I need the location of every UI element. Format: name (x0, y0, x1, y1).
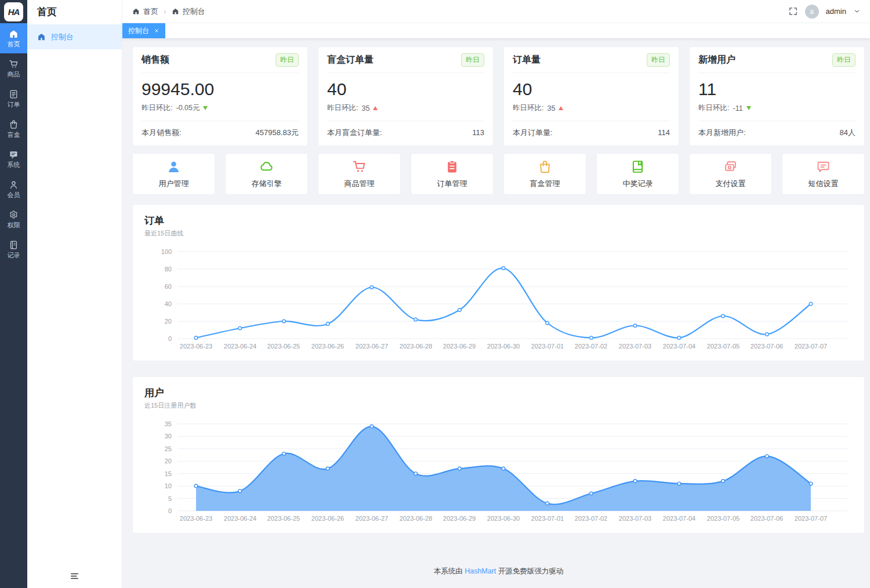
close-icon[interactable] (154, 28, 160, 34)
svg-text:2023-06-24: 2023-06-24 (224, 515, 256, 522)
message-icon (9, 150, 19, 159)
svg-text:0: 0 (168, 335, 172, 342)
shortcut-order-management[interactable]: 订单管理 (411, 153, 494, 195)
home-icon (172, 8, 179, 15)
shortcut-storage-engine[interactable]: 存储引擎 (225, 153, 308, 195)
breadcrumb-home[interactable]: 首页 (132, 6, 158, 17)
shortcut-goods-management[interactable]: 商品管理 (318, 153, 401, 195)
footer-text: 开源免费版强力驱动 (498, 567, 564, 575)
shortcut-label: 盲盒管理 (530, 179, 560, 189)
svg-text:2023-06-25: 2023-06-25 (267, 343, 300, 350)
stat-card-badge: 昨日 (832, 53, 855, 67)
svg-text:2023-06-30: 2023-06-30 (487, 343, 520, 350)
shortcut-sms-settings[interactable]: 短信设置 (782, 153, 865, 195)
svg-text:2023-06-27: 2023-06-27 (356, 515, 388, 522)
stat-card-title: 订单量 (513, 54, 541, 66)
sidebar-item-system[interactable]: 系统 (0, 144, 27, 174)
sidebar-item-goods[interactable]: 商品 (0, 53, 27, 84)
stat-foot-value: 84人 (840, 128, 855, 138)
app-logo-text: HA (8, 7, 20, 17)
notebook-icon (9, 240, 19, 250)
shortcut-user-management[interactable]: 用户管理 (132, 153, 215, 195)
document-icon (9, 89, 19, 99)
shortcut-blindbox-management[interactable]: 盲盒管理 (503, 153, 586, 195)
secondary-sidebar: 首页 控制台 (27, 0, 122, 588)
sidebar-item-blindbox[interactable]: 盲盒 (0, 114, 27, 144)
main-area: 首页 › 控制台 a admin 控制台 (122, 0, 870, 588)
shortcut-payment-settings[interactable]: 支付设置 (689, 153, 772, 195)
chart-subtitle: 近15日注册用户数 (144, 401, 853, 410)
submenu-title: 首页 (27, 0, 122, 24)
clipboard-icon (445, 159, 459, 174)
stat-card-title: 新增用户 (698, 54, 735, 66)
stat-foot-label: 本月新增用户: (698, 128, 746, 138)
sidebar-item-label: 记录 (8, 252, 20, 259)
chart-title: 订单 (144, 214, 853, 227)
footer-text: 本系统由 (434, 567, 463, 575)
svg-text:2023-06-23: 2023-06-23 (180, 515, 212, 522)
svg-text:2023-06-25: 2023-06-25 (267, 515, 300, 522)
stat-card-orders: 订单量 昨日 40 昨日环比: 35 本月订单量: 114 (503, 46, 679, 146)
trend-arrow-icon (373, 106, 378, 110)
svg-text:2023-07-01: 2023-07-01 (531, 343, 564, 350)
sidebar-item-label: 会员 (8, 191, 20, 198)
breadcrumb: 首页 › 控制台 (132, 6, 205, 17)
stat-foot-value: 457958.83元 (256, 128, 299, 138)
cart-icon (9, 59, 19, 69)
sidebar-item-members[interactable]: 会员 (0, 174, 27, 204)
svg-text:20: 20 (165, 318, 172, 325)
svg-text:60: 60 (165, 283, 172, 290)
stat-foot-value: 114 (658, 128, 670, 137)
username[interactable]: admin (826, 7, 846, 16)
breadcrumb-console[interactable]: 控制台 (172, 6, 205, 17)
compare-value: -11 (733, 104, 742, 112)
shortcut-label: 中奖记录 (623, 179, 653, 189)
sidebar-item-records[interactable]: 记录 (0, 234, 27, 264)
sidebar-item-orders[interactable]: 订单 (0, 84, 27, 114)
svg-text:15: 15 (165, 470, 172, 477)
svg-text:2023-07-04: 2023-07-04 (663, 515, 695, 522)
sidebar-item-permissions[interactable]: 权限 (0, 204, 27, 234)
sidebar-item-home[interactable]: 首页 (0, 23, 27, 53)
chevron-down-icon[interactable] (853, 8, 861, 15)
topbar-right: a admin (788, 5, 861, 19)
stat-card-blindbox-orders: 盲盒订单量 昨日 40 昨日环比: 35 本月盲盒订单量: 113 (318, 46, 494, 146)
stat-card-value: 40 (513, 79, 670, 99)
stats-row: 销售额 昨日 99945.00 昨日环比: -0.05元 本月销售额: 4579… (132, 46, 865, 146)
stat-foot-label: 本月销售额: (142, 128, 182, 138)
shortcuts-row: 用户管理 存储引擎 商品管理 订单管理 盲盒管理 (132, 153, 865, 195)
stat-card-sales: 销售额 昨日 99945.00 昨日环比: -0.05元 本月销售额: 4579… (132, 46, 308, 146)
avatar[interactable]: a (805, 5, 819, 19)
chart-subtitle: 最近15日曲线 (144, 229, 853, 238)
svg-text:2023-07-06: 2023-07-06 (751, 343, 783, 350)
svg-text:2023-06-30: 2023-06-30 (487, 515, 520, 522)
sidebar-item-label: 系统 (8, 161, 20, 168)
stat-card-value: 99945.00 (142, 79, 299, 99)
submenu-item-console[interactable]: 控制台 (27, 24, 122, 49)
submenu-item-label: 控制台 (51, 32, 74, 42)
cart-icon (352, 159, 367, 174)
breadcrumb-label: 首页 (143, 6, 158, 17)
trend-arrow-icon (746, 106, 751, 110)
collapse-menu-button[interactable] (27, 564, 122, 588)
hashmart-link[interactable]: HashMart (465, 567, 496, 575)
shortcut-prize-records[interactable]: 中奖记录 (596, 153, 679, 195)
app: HA 首页 商品 订单 盲盒 系统 会员 权限 (0, 0, 870, 588)
svg-text:2023-07-05: 2023-07-05 (707, 343, 740, 350)
topbar: 首页 › 控制台 a admin (122, 0, 870, 23)
app-logo[interactable]: HA (4, 2, 23, 21)
fullscreen-icon[interactable] (788, 6, 798, 16)
svg-text:2023-06-26: 2023-06-26 (311, 515, 344, 522)
svg-text:0: 0 (168, 507, 172, 514)
compare-label: 昨日环比: (142, 103, 172, 113)
svg-text:80: 80 (165, 266, 172, 273)
svg-text:2023-07-02: 2023-07-02 (575, 515, 607, 522)
avatar-letter: a (810, 8, 814, 16)
svg-text:2023-07-07: 2023-07-07 (795, 515, 827, 522)
tabbar: 控制台 (122, 23, 870, 38)
orders-line-chart: 0204060801002023-06-232023-06-242023-06-… (144, 241, 852, 355)
shortcut-label: 订单管理 (437, 179, 467, 189)
svg-text:5: 5 (168, 495, 172, 502)
svg-text:25: 25 (165, 445, 172, 452)
tab-console[interactable]: 控制台 (122, 23, 165, 38)
